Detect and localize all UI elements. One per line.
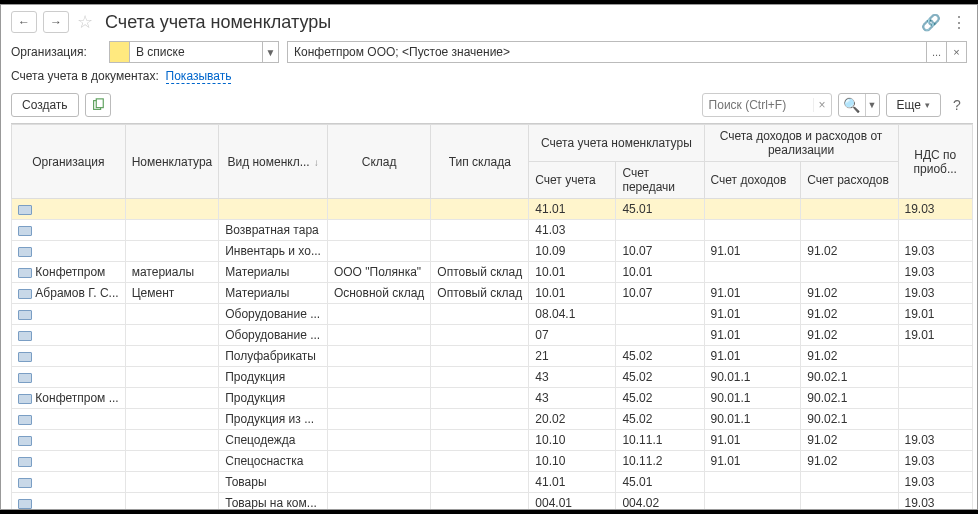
filter-mode-dropdown-icon[interactable]: ▼: [262, 42, 278, 62]
table-cell: 91.01: [704, 346, 801, 367]
table-row[interactable]: Товары41.0145.0119.03: [12, 472, 973, 493]
table-cell: [704, 199, 801, 220]
table-row[interactable]: Продукция4345.0290.01.190.02.1: [12, 367, 973, 388]
table-cell: Спецодежда: [219, 430, 328, 451]
table-cell: 19.01: [898, 325, 972, 346]
table-cell: 90.01.1: [704, 367, 801, 388]
filter-value-field[interactable]: Конфетпром ООО; <Пустое значение> ... ×: [287, 41, 967, 63]
col-expense-account[interactable]: Счет расходов: [801, 162, 898, 199]
table-cell: 90.02.1: [801, 388, 898, 409]
filter-mode-select[interactable]: В списке ▼: [109, 41, 279, 63]
table-cell: [12, 199, 126, 220]
table-row[interactable]: Продукция из ...20.0245.0290.01.190.02.1: [12, 409, 973, 430]
table-cell: 08.04.1: [529, 304, 616, 325]
table-cell: [431, 367, 529, 388]
record-icon: [18, 457, 32, 467]
table-cell: [704, 472, 801, 493]
col-group-income-expense[interactable]: Счета доходов и расходов от реализации: [704, 125, 898, 162]
table-row[interactable]: Абрамов Г. С...ЦементМатериалыОсновной с…: [12, 283, 973, 304]
table-cell: Спецоснастка: [219, 451, 328, 472]
table-cell: 91.01: [704, 451, 801, 472]
filter-mode-text: В списке: [130, 42, 262, 62]
more-button-label: Еще: [897, 98, 921, 112]
table-cell: [704, 220, 801, 241]
col-nomenclature-type[interactable]: Вид номенкл...↓: [219, 125, 328, 199]
table-cell: [12, 409, 126, 430]
table-row[interactable]: Спецодежда10.1010.11.191.0191.0219.03: [12, 430, 973, 451]
table-cell: 19.03: [898, 493, 972, 510]
record-icon: [18, 247, 32, 257]
table-row[interactable]: Возвратная тара41.03: [12, 220, 973, 241]
help-button[interactable]: ?: [947, 97, 967, 113]
nav-forward-button[interactable]: →: [43, 11, 69, 33]
table-row[interactable]: Товары на ком...004.01004.0219.03: [12, 493, 973, 510]
col-organization[interactable]: Организация: [12, 125, 126, 199]
record-icon: [18, 268, 32, 278]
col-transfer-account[interactable]: Счет передачи: [616, 162, 704, 199]
copy-button[interactable]: [85, 93, 111, 117]
table-cell: материалы: [125, 262, 219, 283]
table-cell: [801, 220, 898, 241]
table-cell: [898, 346, 972, 367]
table-cell: [125, 388, 219, 409]
table-cell: [12, 304, 126, 325]
table-cell: 41.01: [529, 472, 616, 493]
search-field[interactable]: ×: [702, 93, 832, 117]
filter-value-choose-button[interactable]: ...: [926, 42, 946, 62]
table-cell: 45.01: [616, 472, 704, 493]
create-button[interactable]: Создать: [11, 93, 79, 117]
col-vat[interactable]: НДС по приоб...: [898, 125, 972, 199]
table-cell: [327, 388, 430, 409]
svg-rect-1: [96, 99, 103, 108]
table-cell: 10.01: [529, 262, 616, 283]
link-icon[interactable]: 🔗: [921, 13, 941, 32]
table-row[interactable]: КонфетпромматериалыМатериалыООО "Полянка…: [12, 262, 973, 283]
table-row[interactable]: Конфетпром ...Продукция4345.0290.01.190.…: [12, 388, 973, 409]
table-cell: [125, 409, 219, 430]
more-button[interactable]: Еще ▾: [886, 93, 941, 117]
table-cell: 41.03: [529, 220, 616, 241]
page-title: Счета учета номенклатуры: [105, 12, 915, 33]
search-dropdown-icon[interactable]: ▼: [865, 94, 879, 116]
favorite-star-icon[interactable]: ☆: [75, 12, 95, 32]
table-cell: [327, 325, 430, 346]
table-cell: [616, 304, 704, 325]
search-button[interactable]: 🔍 ▼: [838, 93, 880, 117]
table-row[interactable]: Оборудование ...08.04.191.0191.0219.01: [12, 304, 973, 325]
table-row[interactable]: Инвентарь и хо...10.0910.0791.0191.0219.…: [12, 241, 973, 262]
table-cell: ООО "Полянка": [327, 262, 430, 283]
table-cell: [12, 346, 126, 367]
table-row[interactable]: Спецоснастка10.1010.11.291.0191.0219.03: [12, 451, 973, 472]
table-row[interactable]: 41.0145.0119.03: [12, 199, 973, 220]
accounts-table: Организация Номенклатура Вид номенкл...↓…: [11, 124, 973, 509]
copy-icon: [91, 98, 105, 112]
table-row[interactable]: Полуфабрикаты2145.0291.0191.02: [12, 346, 973, 367]
table-row[interactable]: Оборудование ...0791.0191.0219.01: [12, 325, 973, 346]
show-accounts-link[interactable]: Показывать: [166, 69, 232, 84]
col-nomenclature[interactable]: Номенклатура: [125, 125, 219, 199]
table-cell: Оборудование ...: [219, 325, 328, 346]
col-account[interactable]: Счет учета: [529, 162, 616, 199]
table-cell: 20.02: [529, 409, 616, 430]
table-cell: [327, 304, 430, 325]
table-cell: 43: [529, 367, 616, 388]
table-cell: Полуфабрикаты: [219, 346, 328, 367]
filter-value-clear-button[interactable]: ×: [946, 42, 966, 62]
nav-back-button[interactable]: ←: [11, 11, 37, 33]
col-warehouse-type[interactable]: Тип склада: [431, 125, 529, 199]
kebab-menu-icon[interactable]: ⋮: [951, 13, 967, 32]
table-cell: [431, 430, 529, 451]
table-cell: 19.03: [898, 199, 972, 220]
table-cell: [12, 325, 126, 346]
col-warehouse[interactable]: Склад: [327, 125, 430, 199]
record-icon: [18, 394, 32, 404]
table-cell: Возвратная тара: [219, 220, 328, 241]
col-income-account[interactable]: Счет доходов: [704, 162, 801, 199]
record-icon: [18, 331, 32, 341]
table-cell: 10.11.2: [616, 451, 704, 472]
table-cell: 10.01: [616, 262, 704, 283]
col-group-accounts[interactable]: Счета учета номенклатуры: [529, 125, 704, 162]
search-clear-button[interactable]: ×: [813, 98, 831, 112]
record-icon: [18, 478, 32, 488]
search-input[interactable]: [703, 98, 813, 112]
